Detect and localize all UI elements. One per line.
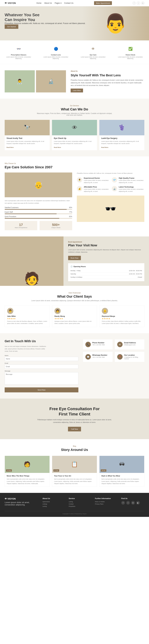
blog-card-1-image: 🧑 12 Aug — [5, 456, 50, 473]
service-3-read-more[interactable]: Read More — [101, 147, 108, 148]
blog-grid: 🧑 12 Aug Never Miss The Best Things Sed … — [5, 456, 144, 487]
make-appointment-button[interactable]: Make Appointment — [94, 1, 112, 5]
message-input[interactable] — [5, 372, 78, 385]
footer-service-link-1[interactable]: Laning — [69, 501, 92, 502]
hours-row-3: Sunday & Holidays Closed — [70, 276, 142, 279]
about-image-2: 🔬 — [36, 70, 66, 92]
service-card-1-image: 🔭 — [5, 120, 50, 135]
hours-row-2: Saturday 10:00 AM - 05:00 PM — [70, 272, 142, 276]
footer-info-link-2[interactable]: Privacy Plans — [95, 503, 118, 505]
email-field: Email — [5, 362, 78, 369]
contact-description: Nam ac eros sed neque consequat. Donec e… — [5, 345, 48, 352]
services-section: Our Services What Can We Do Maecenas mag… — [0, 99, 149, 156]
stat-satisfied: Satisfied Customers 92% — [5, 207, 72, 210]
nav-about[interactable]: About Us — [44, 2, 52, 4]
hero-description: Phasellus rhoncus sodales elit. Nulla ac… — [5, 22, 144, 24]
blog-1-image-icon: 🧑 — [24, 461, 31, 468]
social-linkedin-icon[interactable]: in — [141, 2, 144, 5]
stat-expert-staff: Expert Staff 77% — [5, 211, 72, 214]
testimonial-3-avatar: 👴 — [102, 308, 108, 314]
footer-twitter-icon[interactable]: t — [126, 501, 130, 505]
about-tag: About Us — [71, 70, 144, 72]
call-now-button[interactable]: Call Now — [68, 427, 81, 432]
eye-care-icon: 👁 — [89, 45, 97, 53]
visual-acuity-icon: 🔭 — [24, 124, 31, 131]
why-tag: Why Choose Us — [5, 162, 144, 164]
footer-linkedin-icon[interactable]: in — [131, 501, 135, 505]
testimonial-1: 👨 Jake Miller ★★★★★ Fusce eu sem vitae d… — [5, 305, 50, 327]
doctor-feature-icon: 👨‍⚕️ — [77, 177, 82, 182]
free-consultation-section: Free Eye Consultation For First Time Cli… — [0, 398, 149, 439]
footer-link-2[interactable]: Listings — [43, 503, 66, 505]
footer-logo-icon: 👁 — [5, 498, 7, 500]
footer-info-link-1[interactable]: News & Articles — [95, 501, 118, 502]
nav-home[interactable]: Home — [37, 2, 41, 4]
services-heading: What Can We Do — [5, 107, 144, 111]
lab-icon: 🔬 — [48, 79, 54, 84]
footer: 👁 VISYON Lorem ipsum dolor sit amet, con… — [0, 493, 149, 517]
vision-check-icon: ✅ — [126, 45, 134, 53]
footer-service-link-2[interactable]: Contact — [69, 503, 92, 505]
appointment-content: Book Appointment Plan Your Visit Now Lor… — [63, 236, 149, 286]
email-input[interactable] — [5, 364, 78, 369]
nav-contact[interactable]: Contact Us — [64, 2, 73, 4]
service-card-3: ⚕️ Lasik Eye Surgery Lorem ipsum dolor s… — [99, 120, 144, 150]
why-left-image: 👴 — [5, 172, 72, 197]
contact-info-grid: 📞 Phone Number +00 1 123 456 7890 ✉ Emai… — [83, 340, 144, 362]
hero-section: Whatever You See Can Inspire You Phasell… — [0, 6, 149, 40]
about-learn-more-button[interactable]: Learn More — [71, 88, 83, 92]
blog-2-date: 01 Sep — [53, 469, 59, 472]
blog-tag: Blog — [5, 445, 144, 447]
footer-logo: 👁 VISYON — [5, 498, 39, 500]
blog-section: Blog Story Around Us 🧑 12 Aug Never Miss… — [0, 439, 149, 493]
contact-info-area: 📞 Phone Number +00 1 123 456 7890 ✉ Emai… — [83, 340, 144, 392]
blog-card-1: 🧑 12 Aug Never Miss The Best Things Sed … — [5, 456, 50, 487]
footer-copyright: Copyright © 2024 | Powered by Visyon — [5, 511, 144, 514]
footer-link-1[interactable]: Optometrist — [43, 501, 66, 502]
doctor-icon: 👨‍⚕️ — [17, 79, 23, 84]
book-now-button[interactable]: Book Now — [68, 256, 81, 260]
blog-card-2-body: Your Face is Your Art Sed ut perspiciati… — [52, 473, 97, 487]
service-card-2-image: 👁 — [52, 120, 97, 135]
feature-high-quality-frame: 💎 High Quality Frame Lorem ipsum dolor s… — [112, 177, 144, 184]
testimonial-3: 👴 Raymond Marge ★★★★★ Proin ac dolor vit… — [99, 305, 144, 327]
opening-hours-title: 🕐 Opening Hours — [70, 266, 142, 268]
brand-logo: 👁 VISYON — [5, 2, 16, 4]
nav-social: f t in — [132, 2, 144, 5]
service-1-read-more[interactable]: Read More — [7, 147, 14, 148]
name-input[interactable] — [5, 357, 78, 361]
appointment-tag: Book Appointment — [68, 241, 144, 243]
social-facebook-icon[interactable]: f — [132, 2, 136, 5]
testimonial-2-name: Randy Wong — [55, 315, 94, 317]
social-twitter-icon[interactable]: t — [137, 2, 140, 5]
blog-3-image-icon: 🕶 — [119, 461, 125, 468]
glasses-icon: 👓 — [15, 45, 23, 53]
opening-hours: 🕐 Opening Hours Monday - Friday 10:00 AM… — [68, 263, 144, 281]
hero-cta-button[interactable]: Get Started — [5, 24, 18, 29]
contact-heading: Get In Touch With Us — [5, 340, 78, 343]
service-card-1: 🔭 Visual Acuity Test Lorem ipsum dolor s… — [5, 120, 50, 150]
clock-icon: 🕐 — [70, 266, 73, 268]
blog-card-3: 🕶 16 Oct Style is What You Wear Sed ut p… — [99, 456, 144, 487]
send-now-button[interactable]: Send Now — [5, 388, 78, 392]
eye-checkup-icon: 👁 — [72, 124, 77, 131]
service-2-read-more[interactable]: Read More — [54, 147, 61, 148]
footer-facebook-icon[interactable]: f — [121, 501, 125, 505]
services-description: Maecenas magna. Proin dui libero, volutp… — [36, 112, 113, 116]
footer-link-3[interactable]: Laning — [43, 506, 66, 507]
email-label: Email — [5, 362, 78, 364]
service-vision-check: ✅ Vision Check Lorem ipsum dolor sit ame… — [116, 45, 144, 59]
diamond-feature-icon: 💎 — [112, 177, 117, 182]
testimonials-grid: 👨 Jake Miller ★★★★★ Fusce eu sem vitae d… — [5, 305, 144, 327]
footer-social-icons: f t in ▶ — [121, 501, 144, 505]
logo-icon: 👁 — [5, 2, 7, 4]
appointment-person-image: 🧑 — [0, 236, 63, 286]
logo-text: VISYON — [8, 2, 16, 4]
footer-youtube-icon[interactable]: ▶ — [136, 501, 140, 505]
service-card-2: 👁 Eye Check Up Lorem ipsum dolor sit ame… — [52, 120, 97, 150]
blog-card-3-body: Style is What You Wear Sed ut perspiciat… — [99, 473, 144, 487]
nav-pages[interactable]: Pages ▾ — [55, 2, 61, 4]
hero-heading: Whatever You See Can Inspire You — [5, 12, 144, 22]
footer-service-link-3[interactable]: Propulsion — [69, 506, 92, 507]
footer-info-col: Further Information News & Articles Priv… — [95, 498, 118, 508]
